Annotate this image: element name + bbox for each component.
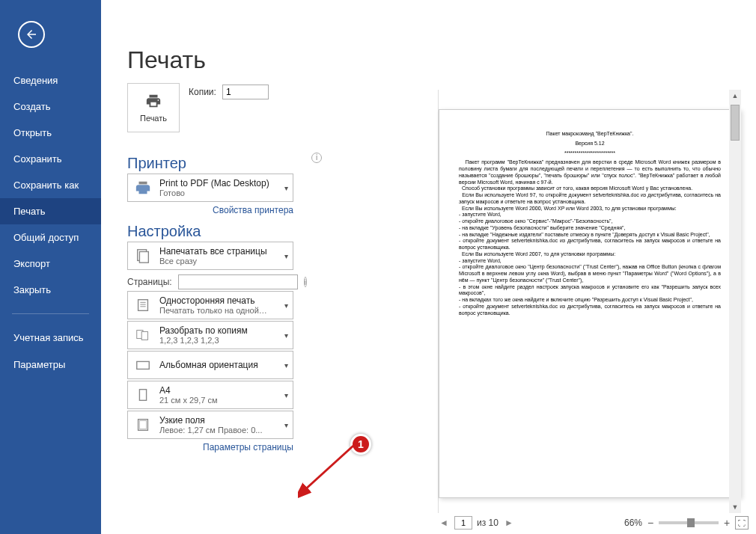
printer-status: Готово xyxy=(159,188,278,197)
preview-bottom-bar: ◄ из 10 ► 66% − + ⛶ xyxy=(438,515,749,531)
sidebar-item-сведения[interactable]: Сведения xyxy=(0,67,101,93)
printer-icon xyxy=(143,93,164,109)
page-total-label: из 10 xyxy=(477,518,499,528)
print-button[interactable]: Печать xyxy=(127,83,180,132)
margins-select[interactable]: Узкие поля Левое: 1,27 см Правое: 0... ▾ xyxy=(127,411,293,439)
svg-rect-2 xyxy=(138,300,148,311)
print-settings-panel: Печать Копии: Принтер i Print to PDF (Ma… xyxy=(127,83,322,452)
copies-label: Копии: xyxy=(189,87,216,97)
zoom-in-button[interactable]: + xyxy=(722,518,732,528)
prev-page-button[interactable]: ◄ xyxy=(438,517,450,529)
sidebar-item-options[interactable]: Параметры xyxy=(0,352,101,378)
svg-rect-1 xyxy=(139,252,148,263)
copies-input[interactable] xyxy=(222,85,269,99)
zoom-label: 66% xyxy=(624,518,642,528)
svg-rect-8 xyxy=(137,361,150,369)
svg-rect-9 xyxy=(139,390,146,401)
page-title: Печать xyxy=(127,46,756,74)
chevron-down-icon: ▾ xyxy=(284,391,288,399)
printer-section-title: Принтер xyxy=(127,155,186,172)
pages-all-icon xyxy=(132,245,153,266)
one-sided-icon xyxy=(132,295,153,316)
annotation-badge: 1 xyxy=(350,434,371,455)
collated-icon xyxy=(132,325,153,346)
chevron-down-icon: ▾ xyxy=(284,252,288,260)
printer-select[interactable]: Print to PDF (Mac Desktop) Готово ▾ xyxy=(127,174,293,202)
sides-select[interactable]: Односторонняя печать Печатать только на … xyxy=(127,291,293,319)
sidebar-item-общий-доступ[interactable]: Общий доступ xyxy=(0,224,101,251)
orientation-select[interactable]: Альбомная ориентация ▾ xyxy=(127,351,293,379)
sidebar-item-закрыть[interactable]: Закрыть xyxy=(0,277,101,303)
next-page-button[interactable]: ► xyxy=(503,517,515,529)
margins-icon xyxy=(132,414,153,435)
print-button-label: Печать xyxy=(140,114,167,123)
print-range-select[interactable]: Напечатать все страницы Все сразу ▾ xyxy=(127,242,293,270)
printer-properties-link[interactable]: Свойства принтера xyxy=(127,205,293,215)
sidebar-item-сохранить-как[interactable]: Сохранить как xyxy=(0,172,101,198)
chevron-down-icon: ▾ xyxy=(284,184,288,192)
printer-device-icon xyxy=(132,177,153,198)
preview-page: Пакет макрокоманд "ВерТеКнижка". Версия … xyxy=(439,109,741,498)
current-page-input[interactable] xyxy=(454,516,472,530)
pages-label: Страницы: xyxy=(127,277,172,287)
main-area: Печать Печать Копии: Принтер i xyxy=(101,0,756,534)
sidebar-item-печать[interactable]: Печать xyxy=(0,198,101,224)
svg-rect-7 xyxy=(141,331,147,340)
printer-name: Print to PDF (Mac Desktop) xyxy=(159,178,278,188)
scroll-down-icon[interactable]: ▼ xyxy=(729,501,741,513)
sidebar-item-экспорт[interactable]: Экспорт xyxy=(0,251,101,277)
sidebar-item-account[interactable]: Учетная запись xyxy=(0,325,101,352)
page-size-icon xyxy=(132,384,153,405)
zoom-out-button[interactable]: − xyxy=(645,518,656,528)
chevron-down-icon: ▾ xyxy=(284,301,288,310)
back-button[interactable] xyxy=(18,21,45,48)
info-icon[interactable]: i xyxy=(311,153,322,163)
chevron-down-icon: ▾ xyxy=(284,331,288,340)
fit-page-button[interactable]: ⛶ xyxy=(735,516,749,530)
info-icon[interactable]: i xyxy=(304,277,307,287)
zoom-slider[interactable] xyxy=(659,521,719,524)
collate-select[interactable]: Разобрать по копиям 1,2,3 1,2,3 1,2,3 ▾ xyxy=(127,321,293,349)
paper-size-select[interactable]: A4 21 см x 29,7 см ▾ xyxy=(127,381,293,409)
sidebar-item-создать[interactable]: Создать xyxy=(0,93,101,120)
page-setup-link[interactable]: Параметры страницы xyxy=(127,442,293,452)
print-preview: Пакет макрокоманд "ВерТеКнижка". Версия … xyxy=(438,90,741,513)
settings-section-title: Настройка xyxy=(127,223,322,240)
chevron-down-icon: ▾ xyxy=(284,421,288,429)
chevron-down-icon: ▾ xyxy=(284,361,288,369)
pages-input[interactable] xyxy=(178,274,298,289)
backstage-sidebar: СведенияСоздатьОткрытьСохранитьСохранить… xyxy=(0,0,101,534)
scroll-thumb[interactable] xyxy=(731,105,740,141)
sidebar-item-открыть[interactable]: Открыть xyxy=(0,120,101,146)
landscape-icon xyxy=(132,355,153,375)
scroll-up-icon[interactable]: ▲ xyxy=(729,90,741,102)
arrow-left-icon xyxy=(25,28,38,41)
preview-scrollbar[interactable]: ▲ ▼ xyxy=(729,90,741,513)
sidebar-item-сохранить[interactable]: Сохранить xyxy=(0,146,101,172)
